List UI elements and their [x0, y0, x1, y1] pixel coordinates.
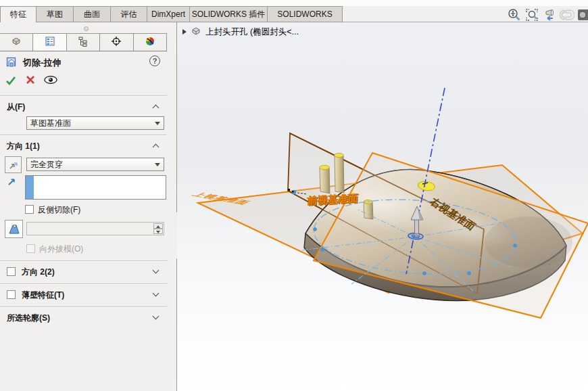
section-selected-contours-label: 所选轮廓(S)	[7, 310, 50, 325]
zoom-to-area-icon[interactable]	[524, 7, 539, 22]
spinner-down-icon	[153, 229, 163, 234]
help-icon[interactable]: ?	[149, 55, 160, 66]
window-top-strip	[0, 0, 588, 6]
tab-dimxpert[interactable]: DimXpert	[147, 6, 189, 22]
section-direction1[interactable]: 方向 1(1)	[0, 139, 167, 154]
section-from[interactable]: 从(F)	[0, 99, 167, 114]
panel-title: 切除-拉伸	[23, 57, 61, 69]
draft-outward-checkbox	[26, 244, 35, 253]
direction2-checkbox[interactable]	[7, 267, 16, 276]
draft-outward-label: 向外拔模(O)	[39, 244, 83, 254]
section-direction2[interactable]: 方向 2(2)	[0, 264, 167, 279]
section-selected-contours[interactable]: 所选轮廓(S)	[0, 310, 167, 325]
dimxpert-icon	[111, 36, 122, 49]
part-icon	[11, 36, 22, 49]
tab-sketch[interactable]: 草图	[36, 6, 73, 22]
start-condition-dropdown[interactable]: 草图基准面	[26, 116, 164, 130]
graphics-viewport[interactable]: 上视基准面 前视基准面 右视基准面 上封头开孔 (椭圆封头<...	[177, 22, 588, 391]
flyout-feature-tree[interactable]: 上封头开孔 (椭圆封头<...	[182, 26, 299, 38]
reverse-direction-button[interactable]	[5, 156, 22, 173]
zoom-to-fit-icon[interactable]	[507, 7, 522, 22]
collapse-chevron-icon[interactable]	[153, 105, 160, 112]
thin-feature-checkbox[interactable]	[7, 290, 16, 299]
cancel-button[interactable]	[26, 75, 35, 87]
3d-scene[interactable]	[177, 22, 588, 391]
previous-view-icon[interactable]	[542, 7, 557, 22]
divider	[0, 306, 167, 308]
preview-eye-button[interactable]	[43, 75, 58, 87]
section-direction1-label: 方向 1(1)	[7, 139, 40, 154]
section-direction2-label: 方向 2(2)	[22, 264, 55, 279]
spinner-buttons	[153, 223, 163, 234]
ok-button[interactable]	[5, 75, 16, 88]
confirm-bar	[0, 75, 167, 91]
tree-expand-icon[interactable]	[182, 29, 187, 34]
configurationmanager-tab[interactable]	[67, 34, 100, 51]
tree-item-label[interactable]: 上封头开孔 (椭圆封头<...	[205, 26, 299, 38]
section-view-icon[interactable]	[560, 7, 574, 22]
section-thin-feature[interactable]: 薄壁特征(T)	[0, 288, 167, 302]
selection-active-stripe	[26, 176, 34, 199]
expand-chevron-icon[interactable]	[153, 267, 160, 274]
divider	[0, 95, 167, 97]
flip-side-checkbox[interactable]	[25, 205, 34, 214]
tab-features[interactable]: 特征	[0, 6, 36, 23]
chevron-down-icon	[155, 122, 160, 125]
spinner-up-icon	[153, 223, 163, 229]
dimxpertmanager-tab[interactable]	[100, 34, 133, 51]
view-toolbar	[507, 7, 588, 22]
tab-evaluate[interactable]: 评估	[110, 6, 147, 22]
divider	[0, 135, 167, 136]
direction-arrow-icon: ↗	[7, 176, 16, 189]
manager-tab-bar	[0, 33, 167, 51]
cut-extrude-icon	[5, 56, 18, 70]
tab-surfaces[interactable]: 曲面	[73, 6, 110, 22]
draft-button[interactable]	[5, 220, 23, 238]
collapse-chevron-icon[interactable]	[153, 144, 160, 151]
featuremanager-tree-tab[interactable]	[0, 34, 33, 51]
direction-reference-selection-box[interactable]	[25, 175, 166, 200]
propertymanager-tab[interactable]	[33, 34, 66, 51]
displaymanager-icon	[145, 36, 155, 49]
divider	[0, 283, 167, 285]
propertymanager-icon	[45, 36, 55, 49]
tab-addins[interactable]: SOLIDWORKS 插件	[189, 6, 267, 22]
display-style-icon[interactable]	[577, 7, 588, 22]
flip-side-label[interactable]: 反侧切除(F)	[38, 205, 80, 214]
end-condition-value: 完全贯穿	[30, 160, 63, 169]
expand-chevron-icon[interactable]	[153, 313, 160, 320]
configuration-icon	[78, 36, 89, 49]
panel-splitter-grip[interactable]	[84, 26, 89, 31]
commandmanager-tabs: 特征 草图 曲面 评估 DimXpert SOLIDWORKS 插件 SOLID…	[0, 6, 343, 22]
divider	[0, 260, 167, 262]
section-from-label: 从(F)	[7, 99, 25, 114]
start-condition-value: 草图基准面	[30, 118, 71, 128]
displaymanager-tab[interactable]	[134, 34, 167, 51]
expand-chevron-icon[interactable]	[153, 290, 160, 297]
part-icon	[191, 26, 201, 39]
panel-viewport-splitter[interactable]	[167, 22, 177, 391]
propertymanager-panel: 切除-拉伸 ? 从(F) 草图基准面 方向 1(1)	[0, 22, 167, 391]
feature-header: 切除-拉伸 ?	[0, 53, 167, 72]
end-condition-dropdown[interactable]: 完全贯穿	[26, 158, 164, 171]
front-plane-label[interactable]: 前视基准面	[308, 192, 359, 208]
tab-mbd[interactable]: SOLIDWORKS MBD	[267, 6, 343, 22]
solidworks-window: 特征 草图 曲面 评估 DimXpert SOLIDWORKS 插件 SOLID…	[0, 0, 588, 391]
draft-angle-spinner	[26, 222, 164, 235]
section-thin-feature-label: 薄壁特征(T)	[22, 288, 64, 302]
chevron-down-icon	[155, 163, 160, 166]
